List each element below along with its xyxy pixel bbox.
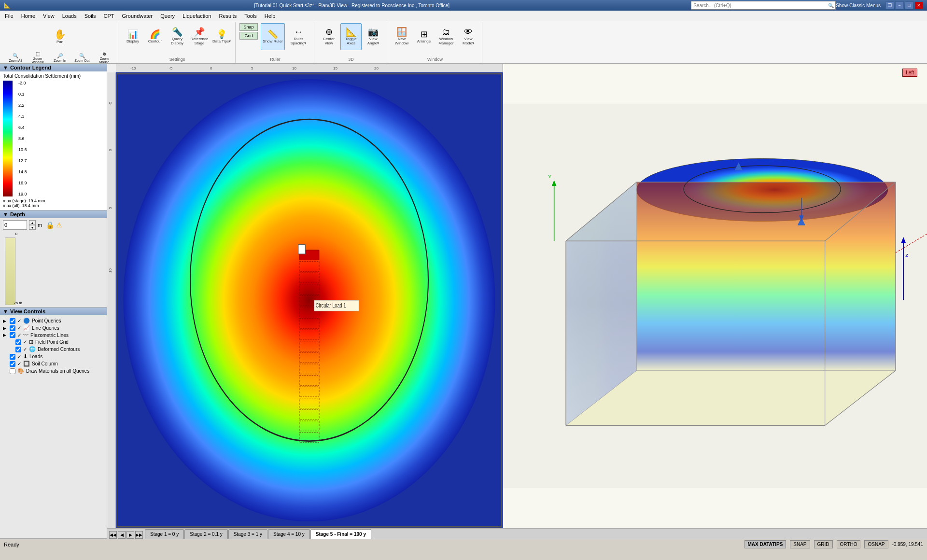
status-max-datatips[interactable]: MAX DATATIPS (744, 540, 787, 548)
view-controls-header[interactable]: ▼ View Controls (0, 308, 107, 315)
stage-tab-controls: ◀◀ ◀ ▶ ▶▶ (109, 531, 143, 539)
menu-loads[interactable]: Loads (58, 11, 81, 21)
legend-value-9: 16.9 (18, 181, 27, 185)
stage-tab-1[interactable]: Stage 1 = 0 y (145, 529, 184, 539)
vc-checkbox-line-queries[interactable] (10, 325, 15, 331)
maximize-button[interactable]: □ (905, 1, 913, 9)
restore-button[interactable]: ❐ (885, 1, 894, 9)
3d-group-label: 3D (348, 56, 354, 62)
menu-file[interactable]: File (1, 11, 17, 21)
depth-arrow: ▼ (3, 211, 8, 217)
zoom-window-button[interactable]: ⬚ Zoom Window (27, 51, 48, 64)
ruler-spacing-button[interactable]: ↔ Ruler Spacing▾ (286, 23, 311, 50)
vc-label-piezometric: Piezometric Lines (30, 333, 69, 338)
close-button[interactable]: ✕ (914, 1, 923, 9)
vc-checkbox-draw-materials[interactable] (10, 368, 15, 374)
query-display-icon: 🔦 (172, 28, 183, 36)
vc-checkbox-point-queries[interactable] (10, 318, 15, 324)
vc-piezometric-lines: ▶ ✓ 〰 Piezometric Lines (3, 332, 104, 338)
new-window-button[interactable]: 🪟 New Window (391, 23, 412, 50)
depth-scale-bottom: 25 m (14, 301, 22, 305)
stage-tab-4[interactable]: Stage 4 = 10 y (268, 529, 310, 539)
zoom-all-button[interactable]: 🔍 Zoom All (5, 51, 26, 64)
plan-view[interactable]: -10 -5 0 5 10 15 20 -5 0 5 10 (107, 64, 503, 528)
vc-checkbox-deformed[interactable] (15, 347, 21, 352)
vc-checkbox-field-point[interactable] (15, 339, 21, 345)
center-view-button[interactable]: ⊕ Center View (318, 23, 339, 50)
stage-nav-prev[interactable]: ◀ (118, 531, 126, 539)
depth-unit: m (38, 222, 42, 228)
contour-button[interactable]: 🌈 Contour (144, 23, 166, 50)
menu-liquefaction[interactable]: Liquefaction (179, 11, 215, 21)
zoom-in-button[interactable]: 🔎 Zoom In (49, 51, 70, 64)
stage-tab-5[interactable]: Stage 5 - Final = 100 y (310, 529, 371, 539)
depth-spin-down[interactable]: ▼ (29, 225, 36, 230)
menu-help[interactable]: Help (261, 11, 280, 21)
toggle-axes-icon: 📐 (346, 28, 356, 36)
vc-checkbox-loads[interactable] (10, 354, 15, 360)
data-tips-button[interactable]: 💡 Data Tips▾ (211, 23, 232, 50)
legend-value-3: 4.3 (18, 114, 27, 119)
window-manager-button[interactable]: 🗂 Window Manager (435, 23, 457, 50)
vc-icon-line-queries: 📈 (23, 325, 30, 331)
menu-soils[interactable]: Soils (81, 11, 100, 21)
depth-header[interactable]: ▼ Depth (0, 210, 107, 218)
search-input[interactable] (691, 1, 836, 10)
pan-button[interactable]: ✋ Pan (49, 23, 70, 50)
status-snap[interactable]: SNAP (790, 540, 810, 548)
toolbar-group-settings: 📊 Display 🌈 Contour 🔦 Query Display 📌 Re… (119, 22, 236, 63)
pan-label: Pan (56, 40, 63, 44)
vc-checkbox-piezometric[interactable] (10, 332, 15, 338)
view-angle-button[interactable]: 📷 View Angle▾ (363, 23, 384, 50)
3d-view[interactable]: Left (503, 64, 927, 528)
zoom-out-button[interactable]: 🔍 Zoom Out (71, 51, 93, 64)
svg-text:-5: -5 (108, 101, 112, 105)
stage-nav-first[interactable]: ◀◀ (109, 531, 117, 539)
arrange-button[interactable]: ⊞ Arrange (413, 23, 435, 50)
toolbar-group-ruler: Snap Grid 📏 Show Ruler ↔ Ruler Spacing▾ … (237, 22, 314, 63)
depth-spin-up[interactable]: ▲ (29, 220, 36, 225)
toggle-axes-button[interactable]: 📐 Toggle Axes (340, 23, 362, 50)
menu-home[interactable]: Home (17, 11, 39, 21)
stage-tab-3[interactable]: Stage 3 = 1 y (228, 529, 267, 539)
minimize-button[interactable]: − (895, 1, 904, 9)
svg-text:0: 0 (210, 66, 212, 70)
ruler-spacing-icon: ↔ (294, 28, 303, 36)
svg-text:20: 20 (374, 66, 379, 70)
zoom-mouse-button[interactable]: 🖱 Zoom Mouse (94, 51, 115, 64)
view-mode-button[interactable]: 👁 View Mode▾ (458, 23, 479, 50)
show-ruler-button[interactable]: 📏 Show Ruler (261, 23, 285, 50)
query-display-button[interactable]: 🔦 Query Display (167, 23, 188, 50)
menu-tools[interactable]: Tools (240, 11, 261, 21)
legend-value-10: 19.0 (18, 192, 27, 196)
vc-expand-line-queries[interactable]: ▶ (3, 326, 8, 331)
display-button[interactable]: 📊 Display (122, 23, 143, 50)
menu-groundwater[interactable]: Groundwater (118, 11, 157, 21)
stage-tab-2[interactable]: Stage 2 = 0.1 y (184, 529, 228, 539)
depth-input[interactable] (3, 220, 27, 230)
status-ortho[interactable]: ORTHO (837, 540, 861, 548)
depth-lock-icon[interactable]: 🔒 (46, 221, 54, 229)
menu-cpt[interactable]: CPT (100, 11, 118, 21)
status-grid[interactable]: GRID (814, 540, 833, 548)
snap-button[interactable]: Snap (239, 23, 258, 31)
zoom-out-label: Zoom Out (74, 59, 89, 62)
vc-label-field-point: Field Point Grid (35, 339, 69, 345)
vc-expand-point-queries[interactable]: ▶ (3, 319, 8, 323)
menu-query[interactable]: Query (156, 11, 179, 21)
vc-icon-deformed: 🌐 (29, 346, 36, 352)
vc-checkbox-soil[interactable] (10, 361, 15, 367)
status-osnap[interactable]: OSNAP (864, 540, 888, 548)
menu-view[interactable]: View (39, 11, 58, 21)
vc-expand-piezometric[interactable]: ▶ (3, 333, 8, 337)
menu-results[interactable]: Results (215, 11, 240, 21)
vc-label-line-queries: Line Queries (32, 325, 59, 331)
plan-canvas[interactable]: Circular Load 1 (116, 72, 503, 528)
reference-stage-button[interactable]: 📌 Reference Stage (189, 23, 210, 50)
view-controls-arrow: ▼ (3, 308, 8, 314)
stage-nav-next[interactable]: ▶ (126, 531, 134, 539)
search-icon: 🔍 (828, 3, 834, 8)
contour-legend-header[interactable]: ▼ Contour Legend (0, 64, 107, 71)
stage-nav-last[interactable]: ▶▶ (135, 531, 143, 539)
grid-button[interactable]: Grid (239, 32, 258, 40)
